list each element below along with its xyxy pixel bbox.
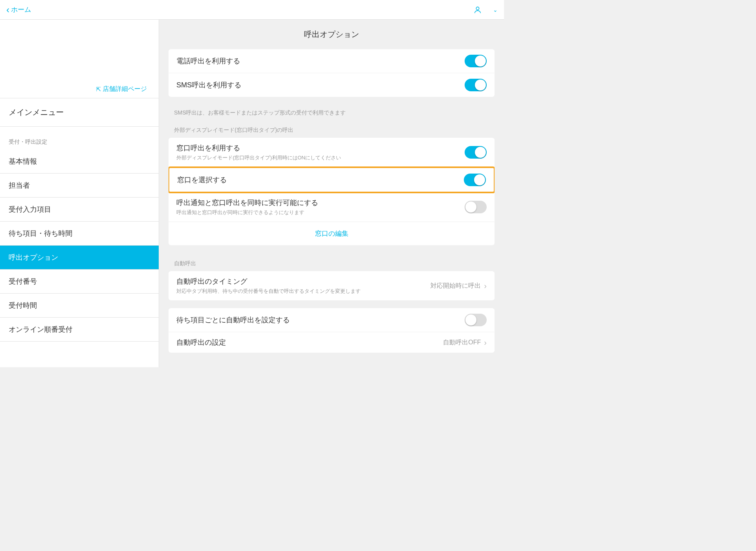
sidebar-top: ⇱ 店舗詳細ページ (0, 20, 159, 98)
use-window-call-desc: 外部ディスプレイモード(窓口呼出タイプ)利用時にはONにしてください (176, 154, 465, 161)
toggle-phone-call[interactable] (465, 55, 487, 67)
row-use-window-call: 窓口呼出を利用する 外部ディスプレイモード(窓口呼出タイプ)利用時にはONにして… (169, 138, 495, 167)
sidebar-item-staff[interactable]: 担当者 (0, 174, 159, 198)
auto-call-setting-label: 自動呼出の設定 (176, 338, 443, 347)
row-auto-call-setting[interactable]: 自動呼出の設定 自動呼出OFF › (169, 332, 495, 353)
page-title: 呼出オプション (159, 20, 504, 49)
chevron-down-icon[interactable]: ⌄ (493, 7, 498, 13)
toggle-select-window[interactable] (464, 174, 486, 186)
chevron-right-icon: › (484, 338, 487, 347)
phone-call-label: 電話呼出を利用する (176, 56, 465, 66)
svg-point-0 (476, 7, 479, 9)
sidebar-item-online-queue[interactable]: オンライン順番受付 (0, 318, 159, 342)
row-select-window: 窓口を選択する (169, 168, 494, 192)
group-auto-call-settings: 待ち項目ごとに自動呼出を設定する 自動呼出の設定 自動呼出OFF › (169, 308, 495, 353)
toggle-sms-call[interactable] (465, 79, 487, 91)
select-window-label: 窓口を選択する (177, 175, 464, 185)
back-label: ホーム (11, 5, 31, 14)
highlight-select-window: 窓口を選択する (169, 166, 495, 193)
edit-window-link[interactable]: 窓口の編集 (169, 222, 495, 245)
store-link-label: 店舗詳細ページ (103, 85, 147, 93)
user-icon[interactable] (473, 6, 482, 14)
group-auto-call-timing: 自動呼出のタイミング 対応中タブ利用時、待ち中の受付番号を自動で呼出するタイミン… (169, 271, 495, 300)
row-phone-call: 電話呼出を利用する (169, 49, 495, 73)
toggle-use-window-call[interactable] (465, 146, 487, 159)
main-content: 呼出オプション 電話呼出を利用する SMS呼出を利用する SMS呼出は、お客様モ… (159, 20, 504, 367)
sidebar-item-reception-number[interactable]: 受付番号 (0, 270, 159, 294)
auto-call-timing-desc: 対応中タブ利用時、待ち中の受付番号を自動で呼出するタイミングを変更します (176, 288, 430, 295)
toggle-per-wait-item[interactable] (465, 314, 487, 326)
chevron-left-icon: ‹ (6, 4, 9, 15)
toggle-simultaneous-call[interactable] (465, 201, 487, 213)
sidebar-item-reception-input[interactable]: 受付入力項目 (0, 198, 159, 222)
auto-call-setting-value: 自動呼出OFF (443, 338, 481, 347)
row-per-wait-item-auto-call: 待ち項目ごとに自動呼出を設定する (169, 308, 495, 332)
sidebar-item-call-options[interactable]: 呼出オプション (0, 246, 159, 270)
auto-call-header: 自動呼出 (159, 253, 504, 271)
store-detail-link[interactable]: ⇱ 店舗詳細ページ (96, 85, 147, 93)
group-call-methods: 電話呼出を利用する SMS呼出を利用する (169, 49, 495, 97)
sms-call-label: SMS呼出を利用する (176, 80, 465, 90)
per-wait-item-label: 待ち項目ごとに自動呼出を設定する (176, 315, 465, 325)
auto-call-timing-label: 自動呼出のタイミング (176, 277, 430, 286)
row-simultaneous-call: 呼出通知と窓口呼出を同時に実行可能にする 呼出通知と窓口呼出が同時に実行できるよ… (169, 192, 495, 222)
sidebar-item-wait-items[interactable]: 待ち項目・待ち時間 (0, 222, 159, 246)
auto-call-timing-value: 対応開始時に呼出 (430, 282, 481, 290)
back-button[interactable]: ‹ ホーム (6, 4, 31, 15)
simultaneous-call-label: 呼出通知と窓口呼出を同時に実行可能にする (176, 198, 465, 207)
simultaneous-call-desc: 呼出通知と窓口呼出が同時に実行できるようになります (176, 209, 465, 216)
sidebar: ⇱ 店舗詳細ページ メインメニュー 受付・呼出設定 基本情報 担当者 受付入力項… (0, 20, 159, 367)
row-sms-call: SMS呼出を利用する (169, 73, 495, 97)
sms-caption: SMS呼出は、お客様モードまたはステップ形式の受付で利用できます (159, 105, 504, 120)
external-link-icon: ⇱ (96, 86, 101, 93)
row-auto-call-timing[interactable]: 自動呼出のタイミング 対応中タブ利用時、待ち中の受付番号を自動で呼出するタイミン… (169, 271, 495, 300)
section-label: 受付・呼出設定 (0, 127, 159, 150)
topbar: ‹ ホーム ⌄ (0, 0, 504, 20)
main-menu-header[interactable]: メインメニュー (0, 98, 159, 127)
chevron-right-icon: › (484, 281, 487, 290)
sidebar-item-basic-info[interactable]: 基本情報 (0, 150, 159, 174)
group-window-call: 窓口呼出を利用する 外部ディスプレイモード(窓口呼出タイプ)利用時にはONにして… (169, 138, 495, 245)
external-display-header: 外部ディスプレイモード(窓口呼出タイプ)の呼出 (159, 120, 504, 138)
sidebar-item-reception-time[interactable]: 受付時間 (0, 294, 159, 318)
use-window-call-label: 窓口呼出を利用する (176, 143, 465, 153)
